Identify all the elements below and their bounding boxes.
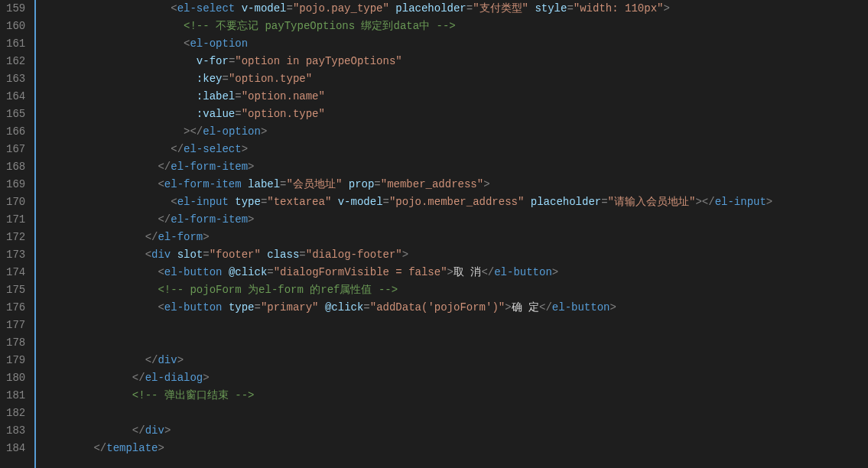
token-tx — [235, 2, 241, 15]
token-p: </ — [145, 231, 158, 243]
token-p: < — [158, 266, 164, 278]
token-av: "pojo.member_address" — [389, 196, 524, 208]
token-p: > — [261, 125, 267, 138]
code-line[interactable]: </el-dialog> — [42, 369, 868, 387]
code-line[interactable]: <el-select v-model="pojo.pay_type" place… — [42, 0, 868, 18]
token-an: placeholder — [531, 196, 601, 208]
line-number: 171 — [6, 211, 25, 229]
token-an: style — [535, 2, 567, 15]
code-line[interactable]: </template> — [42, 440, 868, 457]
code-line[interactable] — [42, 334, 868, 352]
token-av: "支付类型" — [473, 2, 528, 15]
token-av: "option.name" — [242, 90, 325, 102]
token-tg: el-option — [203, 125, 261, 138]
code-line[interactable]: <el-button @click="dialogFormVisible = f… — [42, 264, 868, 281]
line-number: 182 — [6, 405, 25, 422]
line-number: 172 — [6, 229, 25, 246]
token-p: = — [383, 196, 389, 208]
code-line[interactable]: <el-form-item label="会员地址" prop="member_… — [42, 176, 868, 193]
token-p: > — [242, 143, 248, 155]
token-tx — [319, 301, 325, 314]
code-line[interactable]: </el-select> — [42, 141, 868, 158]
token-tg: el-select — [177, 2, 236, 15]
token-p: </ — [171, 143, 184, 155]
token-an: placeholder — [395, 2, 466, 15]
token-an: :value — [197, 108, 235, 120]
line-number: 184 — [6, 440, 25, 457]
token-cm: <!-- 不要忘记 payTypeOptions 绑定到data中 --> — [184, 20, 456, 32]
code-line[interactable]: <!-- 弹出窗口结束 --> — [42, 387, 868, 405]
code-line[interactable]: <el-input type="textarea" v-model="pojo.… — [42, 193, 868, 211]
token-tg: el-select — [184, 143, 242, 155]
token-p: > — [663, 2, 669, 15]
line-number: 181 — [6, 387, 25, 405]
line-number: 178 — [6, 334, 25, 352]
token-p: > — [552, 266, 558, 278]
code-line[interactable]: <!-- pojoForm 为el-form 的ref属性值 --> — [42, 281, 868, 299]
token-p: = — [601, 196, 607, 208]
token-p: = — [467, 2, 473, 15]
code-line[interactable]: </el-form-item> — [42, 211, 868, 229]
code-line[interactable]: </div> — [42, 422, 868, 440]
token-p: < — [158, 178, 164, 190]
token-p: = — [280, 178, 286, 190]
token-p: < — [171, 196, 177, 208]
token-an: @click — [229, 266, 267, 278]
token-p: = — [287, 2, 293, 15]
code-line[interactable]: </el-form> — [42, 229, 868, 246]
token-av: "dialog-footer" — [306, 249, 402, 261]
code-line[interactable] — [42, 317, 868, 334]
token-p: > — [203, 372, 209, 384]
line-number: 166 — [6, 123, 25, 141]
code-line[interactable]: <!-- 不要忘记 payTypeOptions 绑定到data中 --> — [42, 18, 868, 35]
code-area[interactable]: <el-select v-model="pojo.pay_type" place… — [36, 0, 868, 468]
token-tx — [222, 266, 228, 278]
token-p: > — [447, 266, 454, 278]
token-tx — [242, 178, 248, 190]
code-editor[interactable]: 1591601611621631641651661671681691701711… — [0, 0, 868, 468]
token-tx — [331, 196, 337, 208]
code-line[interactable]: ></el-option> — [42, 123, 868, 141]
token-an: v-model — [242, 2, 287, 15]
token-p: > — [177, 354, 184, 366]
code-line[interactable]: v-for="option in payTypeOptions" — [42, 53, 868, 70]
token-av: "primary" — [261, 301, 319, 314]
token-p: > — [610, 301, 616, 314]
token-p: </ — [158, 161, 171, 173]
token-an: v-for — [197, 55, 229, 67]
code-line[interactable]: :label="option.name" — [42, 88, 868, 106]
token-av: "请输入会员地址" — [608, 196, 696, 208]
token-p: = — [299, 249, 305, 261]
token-p: > — [248, 213, 254, 226]
token-p: = — [567, 2, 573, 15]
token-tg: el-form-item — [171, 213, 248, 226]
code-line[interactable]: <el-option — [42, 35, 868, 53]
token-av: "option.type" — [242, 108, 325, 120]
code-line[interactable]: <el-button type="primary" @click="addDat… — [42, 299, 868, 317]
line-number: 180 — [6, 369, 25, 387]
token-p: > — [248, 161, 254, 173]
token-p: = — [203, 249, 209, 261]
line-number: 164 — [6, 88, 25, 106]
code-line[interactable]: </el-form-item> — [42, 158, 868, 176]
code-line[interactable]: :value="option.type" — [42, 106, 868, 123]
token-p: > — [483, 178, 489, 190]
code-line[interactable] — [42, 405, 868, 422]
token-an: prop — [349, 178, 375, 190]
token-cm: <!-- 弹出窗口结束 --> — [132, 389, 255, 401]
code-line[interactable]: :key="option.type" — [42, 70, 868, 88]
token-p: </ — [132, 372, 145, 384]
line-number: 162 — [6, 53, 25, 70]
line-number: 159 — [6, 0, 25, 18]
token-tg: el-button — [164, 301, 223, 314]
code-line[interactable]: </div> — [42, 352, 868, 369]
token-p: < — [145, 249, 151, 261]
code-line[interactable]: <div slot="footer" class="dialog-footer"… — [42, 246, 868, 264]
token-p: > — [203, 231, 209, 243]
line-number: 167 — [6, 141, 25, 158]
token-an: type — [235, 196, 261, 208]
line-number: 169 — [6, 176, 25, 193]
token-p: ></ — [184, 125, 203, 138]
token-p: </ — [93, 442, 106, 454]
token-an: :label — [197, 90, 235, 102]
